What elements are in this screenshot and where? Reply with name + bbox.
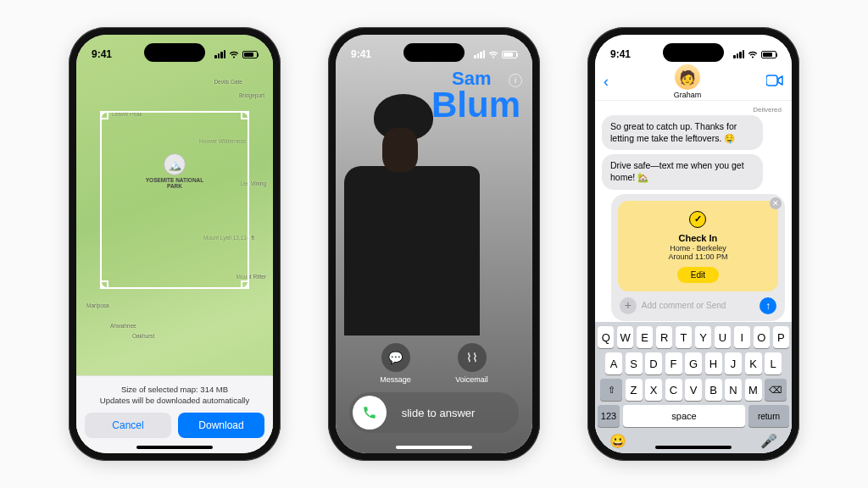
home-indicator[interactable] [396, 446, 472, 449]
key-X[interactable]: X [645, 379, 662, 401]
key-S[interactable]: S [626, 352, 643, 374]
key-W[interactable]: W [617, 326, 633, 348]
key-L[interactable]: L [765, 352, 782, 374]
download-button[interactable]: Download [178, 413, 264, 438]
key-B[interactable]: B [705, 379, 722, 401]
answer-knob[interactable] [353, 396, 387, 430]
status-time: 9:41 [92, 48, 112, 60]
key-C[interactable]: C [665, 379, 682, 401]
map-label: Oakhurst [132, 333, 154, 339]
key-row-3: ⇧ ZXCVBNM⌫ [598, 379, 789, 401]
key-V[interactable]: V [685, 379, 702, 401]
wifi-icon [488, 51, 498, 58]
phone-call: 9:41 i Sam Blum 💬 Message ⌇⌇ Voicemail [328, 27, 540, 461]
slide-to-answer[interactable]: slide to answer [349, 392, 519, 433]
key-I[interactable]: I [734, 326, 750, 348]
check-icon: ✓ [689, 211, 706, 228]
checkin-card[interactable]: ✓ Check In Home · Berkeley Around 11:00 … [618, 201, 778, 291]
signal-icon [474, 50, 485, 58]
svg-rect-0 [766, 75, 777, 86]
emoji-key[interactable]: 😀 [609, 433, 626, 449]
key-H[interactable]: H [705, 352, 722, 374]
home-indicator[interactable] [655, 446, 732, 449]
edit-button[interactable]: Edit [677, 267, 719, 283]
numbers-key[interactable]: 123 [598, 405, 620, 427]
status-time: 9:41 [351, 48, 371, 60]
sheet-updates-text: Updates will be downloaded automatically [85, 396, 264, 406]
voicemail-icon: ⌇⌇ [458, 343, 487, 372]
incoming-message-1[interactable]: So great to catch up. Thanks for letting… [602, 115, 763, 150]
map-selection-region[interactable]: 🏔️ YOSEMITE NATIONAL PARK [100, 111, 249, 289]
comment-input[interactable]: Add comment or Send [642, 301, 754, 310]
key-N[interactable]: N [725, 379, 742, 401]
keyboard: QWERTYUIOP ASDFGHJKL ⇧ ZXCVBNM⌫ 123 spac… [595, 322, 792, 453]
key-G[interactable]: G [685, 352, 702, 374]
message-thread[interactable]: Delivered So great to catch up. Thanks f… [595, 101, 792, 322]
facetime-button[interactable] [766, 75, 783, 90]
key-Z[interactable]: Z [626, 379, 643, 401]
delivered-label: Delivered [602, 106, 785, 114]
caller-name: Sam Blum [431, 70, 520, 122]
checkin-attachment: ✕ ✓ Check In Home · Berkeley Around 11:0… [611, 194, 785, 321]
dynamic-island [663, 43, 724, 62]
battery-icon [502, 51, 517, 58]
checkin-title: Check In [626, 233, 770, 243]
key-Y[interactable]: Y [695, 326, 711, 348]
home-indicator[interactable] [136, 446, 213, 449]
dynamic-island [403, 43, 465, 62]
key-O[interactable]: O [754, 326, 770, 348]
map-label: Mariposa [86, 302, 109, 308]
battery-icon [242, 51, 258, 58]
cancel-button[interactable]: Cancel [85, 413, 171, 438]
key-R[interactable]: R [656, 326, 672, 348]
signal-icon [214, 50, 225, 58]
key-E[interactable]: E [637, 326, 653, 348]
key-F[interactable]: F [665, 352, 682, 374]
map-label: Bridgeport [239, 92, 264, 98]
status-time: 9:41 [610, 48, 631, 60]
sheet-size-text: Size of selected map: 314 MB [85, 385, 264, 395]
checkin-location: Home · Berkeley [626, 244, 770, 252]
caller-last-name: Blum [431, 88, 520, 122]
close-icon[interactable]: ✕ [770, 197, 782, 209]
key-row-2: ASDFGHJKL [598, 352, 789, 374]
wifi-icon [229, 51, 239, 58]
dynamic-island [144, 43, 205, 62]
backspace-key[interactable]: ⌫ [765, 379, 787, 401]
voicemail-button[interactable]: ⌇⌇ Voicemail [455, 343, 488, 384]
return-key[interactable]: return [748, 405, 789, 427]
key-D[interactable]: D [645, 352, 662, 374]
key-M[interactable]: M [745, 379, 762, 401]
slide-label: slide to answer [387, 407, 515, 419]
message-button[interactable]: 💬 Message [380, 343, 411, 384]
key-A[interactable]: A [605, 352, 622, 374]
message-icon: 💬 [381, 343, 410, 372]
contact-name: Graham [609, 91, 766, 99]
download-sheet: Size of selected map: 314 MB Updates wil… [76, 375, 273, 453]
signal-icon [733, 50, 744, 58]
checkin-time: Around 11:00 PM [626, 252, 770, 261]
caller-photo [336, 94, 480, 331]
map-label: Devils Gate [214, 79, 242, 85]
plus-button[interactable]: + [620, 297, 637, 314]
key-J[interactable]: J [725, 352, 742, 374]
key-T[interactable]: T [676, 326, 692, 348]
key-K[interactable]: K [745, 352, 762, 374]
map-pin: 🏔️ YOSEMITE NATIONAL PARK [138, 153, 211, 189]
battery-icon [761, 51, 776, 58]
key-row-1: QWERTYUIOP [598, 326, 789, 348]
phone-messages: 9:41 ‹ 🧑 Graham Delivered So [587, 27, 799, 461]
send-button[interactable]: ↑ [760, 297, 776, 314]
shift-key[interactable]: ⇧ [600, 379, 622, 401]
space-key[interactable]: space [623, 405, 745, 427]
key-U[interactable]: U [715, 326, 731, 348]
key-Q[interactable]: Q [598, 326, 614, 348]
mic-key[interactable]: 🎤 [760, 433, 777, 449]
map-label: Ahwahnee [110, 323, 136, 329]
incoming-message-2[interactable]: Drive safe—text me when you get home! 🏡 [602, 154, 763, 189]
phone-maps: 9:41 Devils Gate Bridgeport Leavitt Peak… [69, 27, 281, 461]
phone-icon [362, 405, 377, 420]
wifi-icon [748, 51, 758, 58]
key-P[interactable]: P [773, 326, 789, 348]
contact-header[interactable]: 🧑 Graham [609, 64, 766, 99]
